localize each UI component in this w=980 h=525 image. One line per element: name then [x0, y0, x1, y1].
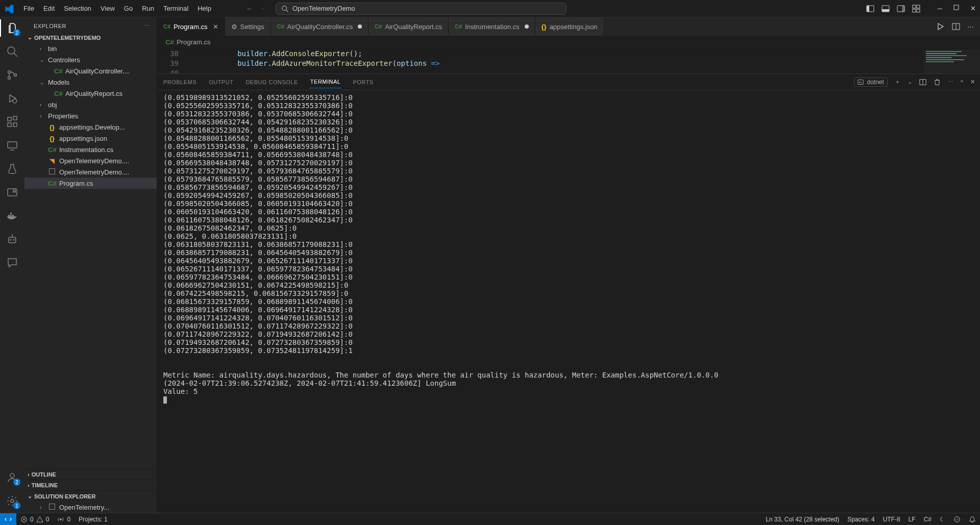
activity-remote-icon[interactable] — [6, 139, 19, 152]
activity-testing-icon[interactable] — [6, 162, 19, 176]
editor-tab[interactable]: {}appsettings.json — [535, 17, 604, 36]
minimap[interactable] — [924, 49, 980, 73]
close-panel-icon[interactable]: ✕ — [970, 79, 975, 85]
status-eol[interactable]: LF — [904, 516, 920, 523]
activity-docker-icon[interactable] — [6, 209, 19, 222]
svg-rect-47 — [926, 61, 954, 62]
sidebar-more-icon[interactable]: ⋯ — [144, 22, 150, 29]
activity-settings-icon[interactable]: 1 — [6, 494, 19, 508]
status-projects[interactable]: Projects: 1 — [75, 516, 112, 523]
split-editor-icon[interactable] — [952, 22, 960, 31]
chevron-down-icon[interactable]: ⌄ — [908, 79, 912, 85]
chevron-down-icon: ⌄ — [28, 493, 32, 499]
menu-edit[interactable]: Edit — [39, 3, 59, 14]
layout-left-icon[interactable] — [866, 5, 874, 13]
editor-tab[interactable]: C#AirQualityController.cs — [271, 17, 369, 36]
tree-folder[interactable]: ›obj — [24, 99, 157, 110]
terminal-output[interactable]: (0.05198989313521052, 0.0525560259533571… — [157, 90, 980, 513]
editor-tab[interactable]: C#AirQualityReport.cs — [369, 17, 449, 36]
tree-folder[interactable]: ⌄Models — [24, 77, 157, 88]
status-moon-icon[interactable]: ☾ — [936, 516, 949, 523]
activity-scm-icon[interactable] — [6, 68, 19, 82]
timeline-section[interactable]: › TIMELINE — [24, 480, 157, 490]
tree-file[interactable]: ◥OpenTelemetryDemo.... — [24, 155, 157, 166]
breadcrumb[interactable]: C# Program.cs — [157, 36, 980, 49]
layout-bottom-icon[interactable] — [881, 5, 890, 13]
layout-right-icon[interactable] — [897, 5, 905, 13]
status-lang[interactable]: C# — [920, 516, 936, 523]
new-terminal-icon[interactable]: ＋ — [895, 78, 900, 86]
activity-bookmark-icon[interactable] — [6, 186, 19, 199]
menu-help[interactable]: Help — [193, 3, 215, 14]
tree-folder[interactable]: ›Properties — [24, 110, 157, 121]
tree-file[interactable]: {}appsettings.json — [24, 133, 157, 144]
more-icon[interactable]: ⋯ — [967, 23, 974, 31]
status-spaces[interactable]: Spaces: 4 — [843, 516, 878, 523]
tree-file[interactable]: C#Program.cs — [24, 178, 157, 189]
menu-view[interactable]: View — [96, 3, 119, 14]
menu-go[interactable]: Go — [120, 3, 137, 14]
panel-tab-debug[interactable]: DEBUG CONSOLE — [244, 76, 299, 88]
editor-tab[interactable]: ⚙Settings — [225, 17, 271, 36]
activity-debug-icon[interactable] — [6, 92, 19, 105]
tree-file[interactable]: C#AirQualityReport.cs — [24, 88, 157, 99]
activity-robot-icon[interactable] — [6, 233, 19, 246]
activity-extensions-icon[interactable] — [6, 115, 19, 129]
solution-explorer-section[interactable]: ⌄ SOLUTION EXPLORER — [24, 490, 157, 502]
csharp-file-icon: C# — [277, 23, 284, 30]
status-encoding[interactable]: UTF-8 — [879, 516, 904, 523]
status-ports[interactable]: 0 — [53, 516, 75, 523]
svg-rect-3 — [867, 6, 869, 12]
close-icon[interactable]: ✕ — [970, 5, 976, 12]
tree-file[interactable]: {}appsettings.Develop... — [24, 121, 157, 133]
tree-label: Controllers — [48, 56, 80, 64]
editor-tab[interactable]: C#Program.cs✕ — [157, 17, 225, 36]
editor-body[interactable]: 38 39 40 builder.AddConsoleExporter(); b… — [157, 49, 980, 73]
run-icon[interactable] — [937, 22, 945, 31]
menu-terminal[interactable]: Terminal — [159, 3, 192, 14]
solution-item[interactable]: › OpenTelemetry... — [24, 502, 157, 513]
status-errors[interactable]: 0 0 — [16, 516, 53, 523]
menu-selection[interactable]: Selection — [60, 3, 95, 14]
tree-folder[interactable]: ›bin — [24, 43, 157, 54]
menu-file[interactable]: File — [19, 3, 38, 14]
project-header[interactable]: ⌄ OPENTELEMETRYDEMO — [24, 32, 157, 43]
editor-tab[interactable]: C#Instrumentation.cs — [449, 17, 535, 36]
status-bell-icon[interactable] — [965, 516, 980, 523]
panel-tab-problems[interactable]: PROBLEMS — [162, 76, 198, 88]
activity-explorer-icon[interactable]: 2 — [6, 21, 19, 35]
tab-close-icon[interactable]: ✕ — [213, 23, 218, 31]
tree-folder[interactable]: ⌄Controllers — [24, 54, 157, 65]
outline-section[interactable]: › OUTLINE — [24, 469, 157, 480]
split-terminal-icon[interactable] — [919, 79, 926, 86]
activity-search-icon[interactable] — [6, 45, 19, 58]
nav-back-icon[interactable]: ← — [246, 5, 253, 12]
status-prettier-icon[interactable] — [949, 516, 965, 523]
panel-tab-terminal[interactable]: TERMINAL — [309, 76, 342, 88]
svg-rect-12 — [954, 5, 959, 10]
command-center[interactable]: OpenTelemetryDemo — [276, 3, 567, 15]
layout-customize-icon[interactable] — [912, 5, 920, 13]
remote-button[interactable] — [0, 513, 16, 525]
terminal-shell[interactable]: dotnet — [854, 78, 887, 87]
panel-tab-ports[interactable]: PORTS — [352, 76, 374, 88]
nav-forward-icon[interactable]: → — [259, 5, 265, 12]
minimize-icon[interactable]: ─ — [938, 5, 942, 12]
tree-file[interactable]: C#AirQualityController.... — [24, 65, 157, 77]
code[interactable]: builder.AddConsoleExporter(); builder.Ad… — [186, 49, 980, 73]
tree-file[interactable]: OpenTelemetryDemo.... — [24, 166, 157, 178]
kill-terminal-icon[interactable] — [934, 79, 941, 86]
activity-comment-icon[interactable] — [6, 256, 19, 269]
svg-rect-42 — [926, 51, 962, 52]
svg-point-13 — [8, 47, 15, 54]
more-icon[interactable]: ⋯ — [948, 79, 953, 85]
tree-file[interactable]: C#Instrumentation.cs — [24, 144, 157, 155]
status-cursor[interactable]: Ln 33, Col 42 (28 selected) — [762, 516, 843, 523]
panel-tab-output[interactable]: OUTPUT — [208, 76, 234, 88]
activity-account-icon[interactable]: 2 — [6, 471, 19, 484]
maximize-icon[interactable] — [953, 5, 959, 12]
svg-point-32 — [10, 239, 12, 241]
maximize-panel-icon[interactable]: ^ — [961, 79, 963, 85]
menu-run[interactable]: Run — [138, 3, 158, 14]
command-center-text: OpenTelemetryDemo — [292, 5, 355, 12]
